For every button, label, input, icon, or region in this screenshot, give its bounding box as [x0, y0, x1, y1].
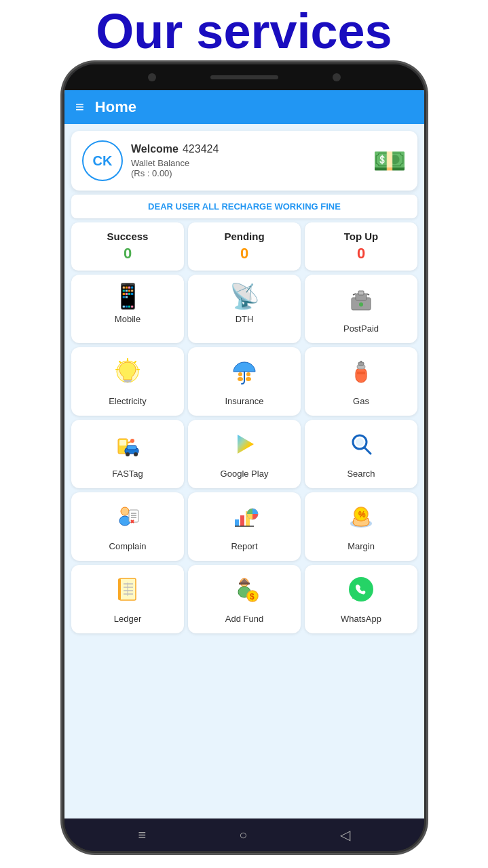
top-bar: ≡ Home: [64, 90, 424, 124]
addfund-icon: $: [229, 574, 259, 608]
addfund-label: Add Fund: [225, 614, 263, 624]
svg-line-5: [367, 294, 369, 295]
ck-logo: CK: [82, 140, 123, 181]
report-icon: [229, 502, 259, 536]
margin-label: Margin: [348, 541, 375, 551]
complain-icon: [113, 502, 143, 536]
googleplay-label: Google Play: [221, 469, 269, 479]
stat-label-pending: Pending: [193, 231, 295, 242]
report-label: Report: [231, 541, 257, 551]
svg-rect-8: [124, 381, 131, 382]
svg-rect-44: [235, 519, 239, 526]
stat-label-topup: Top Up: [310, 231, 412, 242]
service-card-search[interactable]: Search: [305, 420, 417, 488]
nav-back-icon[interactable]: ◁: [340, 827, 350, 843]
ledger-label: Ledger: [114, 614, 141, 624]
svg-rect-60: [239, 583, 250, 585]
ledger-icon: [113, 574, 143, 608]
svg-line-10: [119, 361, 121, 363]
postpaid-label: PostPaid: [343, 323, 379, 334]
dth-icon: 📡: [229, 284, 260, 309]
svg-rect-45: [240, 515, 244, 526]
stat-value-pending: 0: [193, 245, 295, 262]
front-sensor: [333, 73, 341, 81]
stats-row: Success 0 Pending 0 Top Up 0: [71, 222, 417, 271]
postpaid-icon: [346, 284, 376, 318]
user-id: 423424: [183, 143, 219, 155]
svg-point-3: [359, 302, 363, 307]
svg-rect-21: [358, 362, 364, 366]
money-icon: 💵: [373, 145, 407, 177]
svg-marker-32: [238, 435, 254, 454]
fastag-label: FASTag: [112, 469, 143, 479]
gas-icon: [346, 357, 376, 391]
insurance-label: Insurance: [225, 396, 263, 406]
svg-point-15: [238, 372, 242, 376]
svg-point-34: [356, 438, 364, 446]
hamburger-icon[interactable]: ≡: [75, 98, 84, 116]
complain-label: Complain: [109, 541, 147, 551]
service-card-gas[interactable]: Gas: [305, 347, 417, 416]
service-card-postpaid[interactable]: PostPaid: [305, 275, 417, 343]
service-card-insurance[interactable]: Insurance: [188, 347, 301, 416]
search-icon: [346, 429, 376, 463]
welcome-text: Welcome 423424 Wallet Balance (Rs : 0.00…: [131, 143, 364, 178]
service-card-mobile[interactable]: 📱 Mobile: [71, 275, 184, 343]
service-card-dth[interactable]: 📡 DTH: [188, 275, 301, 343]
svg-point-31: [134, 452, 138, 456]
googleplay-icon: [229, 429, 259, 463]
service-card-electricity[interactable]: Electricity: [71, 347, 184, 416]
stat-value-topup: 0: [310, 245, 412, 262]
svg-line-11: [134, 361, 136, 363]
mobile-label: Mobile: [115, 314, 140, 324]
service-card-report[interactable]: Report: [188, 492, 301, 561]
stat-card-topup[interactable]: Top Up 0: [305, 222, 417, 271]
welcome-label: Welcome: [131, 143, 179, 155]
service-card-complain[interactable]: Complain: [71, 492, 184, 561]
svg-text:$: $: [250, 592, 255, 601]
top-bar-title: Home: [95, 98, 136, 116]
wallet-label: Wallet Balance: [131, 158, 364, 168]
svg-rect-53: [118, 578, 121, 600]
mobile-icon: 📱: [113, 284, 143, 309]
margin-icon: %: [346, 502, 376, 536]
service-card-addfund[interactable]: $ Add Fund: [188, 565, 301, 633]
service-card-margin[interactable]: % Margin: [305, 492, 417, 561]
svg-rect-2: [358, 291, 364, 295]
gas-label: Gas: [353, 396, 369, 406]
svg-point-36: [121, 507, 129, 515]
nav-home-icon[interactable]: ○: [239, 827, 247, 843]
svg-rect-19: [356, 368, 367, 382]
speaker-bar: [210, 75, 278, 79]
stat-card-pending[interactable]: Pending 0: [188, 222, 301, 271]
whatsapp-icon: [346, 574, 376, 608]
stat-card-success[interactable]: Success 0: [71, 222, 184, 271]
svg-rect-7: [124, 380, 132, 381]
nav-menu-icon[interactable]: ≡: [138, 827, 147, 843]
welcome-card: CK Welcome 423424 Wallet Balance (Rs : 0…: [71, 131, 417, 191]
phone-bottom-nav: ≡ ○ ◁: [64, 818, 424, 851]
svg-point-18: [246, 377, 251, 381]
svg-point-30: [126, 452, 130, 456]
dth-label: DTH: [236, 314, 254, 324]
service-card-googleplay[interactable]: Google Play: [188, 420, 301, 488]
electricity-label: Electricity: [109, 396, 147, 406]
svg-text:%: %: [358, 510, 366, 519]
page-title: Our services: [0, 0, 488, 59]
svg-rect-23: [357, 372, 365, 374]
service-card-ledger[interactable]: Ledger: [71, 565, 184, 633]
service-card-fastag[interactable]: FASTag: [71, 420, 184, 488]
whatsapp-label: WhatsApp: [341, 614, 381, 624]
phone-notch: [64, 64, 424, 90]
service-card-whatsapp[interactable]: WhatsApp: [305, 565, 417, 633]
electricity-icon: [113, 357, 143, 391]
svg-rect-25: [119, 440, 126, 446]
phone-frame: ≡ Home CK Welcome 423424 Wallet Balance …: [64, 64, 424, 851]
svg-point-16: [246, 372, 250, 376]
phone-screen: ≡ Home CK Welcome 423424 Wallet Balance …: [64, 90, 424, 818]
stat-label-success: Success: [77, 231, 179, 242]
banner: DEAR USER ALL RECHARGE WORKING FINE: [71, 195, 417, 218]
services-grid: 📱 Mobile 📡 DTH: [71, 275, 417, 633]
wallet-amount: (Rs : 0.00): [131, 168, 364, 178]
stat-value-success: 0: [77, 245, 179, 262]
